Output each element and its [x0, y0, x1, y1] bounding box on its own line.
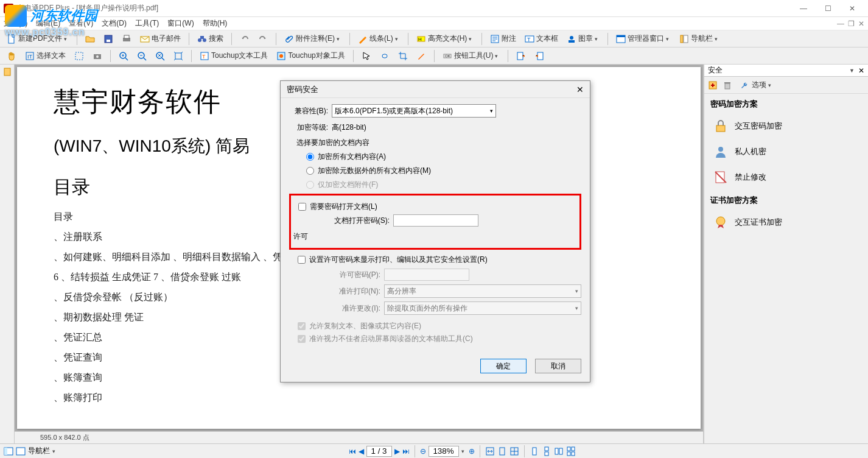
compat-select[interactable]: 版本6.0(PDF1.5)或更高版本(128-bit)▾ — [332, 104, 496, 118]
email-button[interactable]: 电子邮件 — [137, 32, 184, 46]
fit-page-icon[interactable] — [497, 446, 507, 456]
menu-file[interactable]: 文件(F) — [4, 18, 27, 29]
mdi-minimize-icon[interactable]: — — [837, 19, 844, 28]
menu-document[interactable]: 文档(D) — [102, 18, 127, 29]
zoom-in-button-bottom[interactable]: ⊕ — [469, 447, 475, 456]
svg-rect-22 — [75, 52, 83, 60]
options-button[interactable]: 选项▾ — [737, 79, 776, 92]
item-label: 交互密码加密 — [735, 121, 782, 132]
stamp-button[interactable]: 图章▾ — [564, 32, 603, 46]
link-button[interactable] — [377, 49, 393, 63]
zoom-out-button[interactable] — [134, 49, 150, 63]
dialog-titlebar[interactable]: 密码安全 ✕ — [281, 81, 590, 98]
need-open-pw-checkbox[interactable] — [298, 203, 306, 211]
zoom-in-button[interactable] — [116, 49, 131, 63]
add-scheme-icon[interactable] — [708, 80, 718, 90]
last-page-button[interactable]: ⏭ — [402, 447, 410, 456]
svg-rect-59 — [572, 452, 575, 456]
window-minimize-button[interactable]: — — [791, 0, 816, 17]
scheme-cert[interactable]: 交互证书加密 — [704, 210, 868, 235]
touchup-object-button[interactable]: Touchup对象工具 — [273, 49, 348, 63]
arrow-button[interactable] — [359, 49, 374, 63]
panel-dropdown-icon[interactable]: ▼ — [849, 68, 855, 74]
nav-panel-icon-2[interactable] — [16, 446, 26, 456]
menu-window[interactable]: 窗口(W) — [167, 18, 194, 29]
cancel-button[interactable]: 取消 — [535, 359, 581, 373]
menu-view[interactable]: 查看(V) — [69, 18, 93, 29]
secondary-toolbar: IT选择文本 TTouchup文本工具 Touchup对象工具 OK按钮工具(U… — [0, 48, 868, 65]
nav-panel-icon[interactable] — [4, 446, 13, 456]
single-page-icon[interactable] — [530, 446, 539, 456]
scheme-private[interactable]: 私人机密 — [704, 139, 868, 164]
delete-icon[interactable] — [723, 80, 732, 90]
navbar-button[interactable]: 导航栏▾ — [676, 32, 723, 46]
line-tool-button[interactable]: 线条(L)▾ — [355, 32, 403, 46]
fit-width-icon[interactable] — [485, 446, 495, 456]
page-input[interactable] — [366, 446, 392, 457]
menu-help[interactable]: 帮助(H) — [203, 18, 228, 29]
save-button[interactable] — [100, 32, 116, 46]
manager-window-button[interactable]: 管理器窗口▾ — [613, 32, 674, 46]
mdi-restore-icon[interactable]: ❐ — [848, 19, 855, 28]
perm-pw-checkbox[interactable] — [298, 256, 306, 264]
compat-label: 兼容性(B): — [289, 106, 328, 116]
continuous-icon[interactable] — [542, 446, 551, 456]
svg-rect-51 — [533, 448, 536, 455]
facing-icon[interactable] — [554, 446, 564, 456]
hand-tool-button[interactable] — [4, 49, 19, 63]
window-maximize-button[interactable]: ☐ — [816, 0, 840, 17]
menu-edit[interactable]: 编辑(E) — [36, 18, 60, 29]
search-button[interactable]: 搜索 — [194, 32, 226, 46]
zoom-dynamic-button[interactable] — [152, 49, 168, 63]
zoom-out-button-bottom[interactable]: ⊖ — [420, 447, 426, 456]
left-sidebar — [0, 65, 15, 443]
scheme-interactive-pw[interactable]: 交互密码加密 — [704, 113, 868, 139]
import-button[interactable] — [531, 49, 547, 63]
attach-button[interactable]: 附注 — [487, 32, 519, 46]
textbox-button[interactable]: T文本框 — [522, 32, 561, 46]
allow-change-label: 准许更改(I): — [313, 303, 380, 314]
highlight-button[interactable]: H高亮文本(H)▾ — [413, 32, 477, 46]
import-icon — [534, 51, 544, 61]
window-close-button[interactable]: ✕ — [840, 0, 864, 17]
undo-button[interactable] — [237, 32, 253, 46]
select-text-button[interactable]: IT选择文本 — [22, 49, 69, 63]
zoom-fit-button[interactable] — [170, 49, 186, 63]
highlighter-icon: H — [416, 34, 426, 44]
button-icon: OK — [443, 51, 452, 61]
export-button[interactable] — [513, 49, 529, 63]
new-pdf-button[interactable]: 新建PDF文件▾ — [4, 32, 72, 46]
zoom-in-icon — [119, 51, 128, 61]
ok-button[interactable]: 确定 — [480, 359, 527, 373]
redo-button[interactable] — [255, 32, 271, 46]
right-panel-header: 安全 ▼ ✕ — [704, 65, 868, 77]
dialog-close-button[interactable]: ✕ — [576, 85, 584, 94]
first-page-button[interactable]: ⏮ — [349, 447, 356, 456]
marquee-button[interactable] — [71, 49, 87, 63]
print-button[interactable] — [119, 32, 135, 46]
mdi-close-icon[interactable]: ✕ — [858, 19, 864, 28]
pen-tool-button[interactable] — [413, 49, 429, 63]
button-tool-button[interactable]: OK按钮工具(U)▾ — [439, 49, 503, 63]
panel-close-icon[interactable]: ✕ — [858, 66, 864, 75]
open-button[interactable] — [82, 32, 98, 46]
svg-rect-18 — [681, 35, 683, 43]
zoom-input[interactable] — [429, 446, 459, 457]
bookmarks-icon[interactable] — [2, 67, 12, 77]
next-page-button[interactable]: ▶ — [394, 447, 400, 456]
radio-all[interactable] — [306, 153, 314, 161]
radio-except-meta[interactable] — [306, 167, 314, 175]
actual-size-icon[interactable] — [509, 446, 519, 456]
open-pw-input[interactable] — [393, 214, 478, 227]
menu-tools[interactable]: 工具(T) — [135, 18, 159, 29]
new-file-icon — [7, 34, 16, 44]
facing-continuous-icon[interactable] — [566, 446, 576, 456]
crop-button[interactable] — [395, 49, 411, 63]
scheme-no-modify[interactable]: 禁止修改 — [704, 164, 868, 190]
snapshot-button[interactable] — [89, 49, 105, 63]
binoculars-icon — [197, 34, 207, 44]
prev-page-button[interactable]: ◀ — [359, 447, 364, 456]
touchup-text-button[interactable]: TTouchup文本工具 — [197, 49, 271, 63]
menu-bar: 文件(F) 编辑(E) 查看(V) 文档(D) 工具(T) 窗口(W) 帮助(H… — [0, 17, 868, 30]
attach-annotate-button[interactable]: 附件注释(E)▾ — [281, 32, 345, 46]
